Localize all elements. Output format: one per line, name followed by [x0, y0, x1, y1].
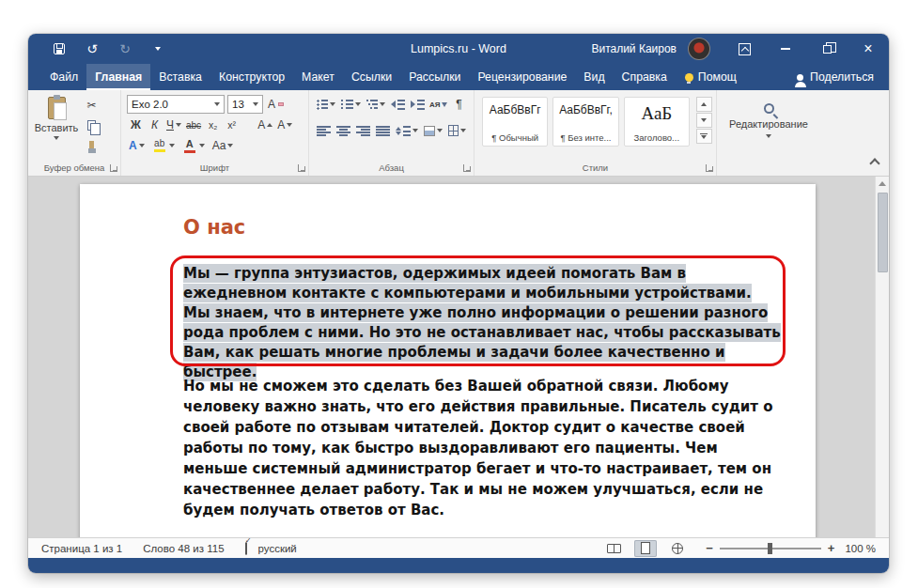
subscript-button[interactable]: х₂	[204, 116, 222, 134]
zoom-slider[interactable]	[720, 548, 821, 549]
word-count-status[interactable]: Слово 48 из 115	[143, 543, 224, 554]
style-preview: АаБбВвГг,	[559, 103, 613, 116]
clear-formatting-icon: А	[268, 98, 275, 111]
tab-view[interactable]: Вид	[575, 64, 613, 90]
document-page[interactable]: О нас Мы — группа энтузиастов, одержимых…	[80, 184, 816, 537]
language-status[interactable]: русский	[258, 543, 297, 554]
zoom-in-button[interactable]: +	[828, 542, 835, 554]
multilevel-list-button[interactable]	[365, 95, 387, 114]
close-button[interactable]: ×	[848, 34, 889, 64]
text-effects-icon: А	[129, 139, 137, 152]
ribbon: Вставить ✂ Буфер обмена Exo 2.0 13	[28, 90, 889, 177]
minimize-button[interactable]	[765, 34, 806, 64]
selected-paragraph[interactable]: Мы — группа энтузиастов, одержимых идеей…	[183, 264, 782, 382]
user-avatar[interactable]	[688, 38, 710, 60]
styles-more-button[interactable]	[696, 129, 712, 144]
styles-scroll-up-button[interactable]	[696, 97, 712, 112]
shading-button[interactable]	[422, 121, 444, 140]
align-left-button[interactable]	[315, 121, 333, 140]
align-center-icon	[336, 126, 350, 136]
paragraph[interactable]: Но мы не сможем это сделать без Вашей об…	[183, 376, 786, 520]
chevron-down-icon	[380, 102, 385, 106]
read-mode-button[interactable]	[602, 540, 625, 557]
customize-quick-access-button[interactable]	[149, 40, 166, 57]
print-layout-button[interactable]	[634, 540, 657, 557]
tab-help[interactable]: Справка	[614, 64, 676, 90]
scrollbar-thumb[interactable]	[878, 193, 888, 272]
superscript-button[interactable]: х²	[223, 116, 241, 134]
zoom-level[interactable]: 100 %	[845, 543, 876, 554]
page-count-status[interactable]: Страница 1 из 1	[41, 543, 122, 554]
increase-indent-button[interactable]	[409, 95, 427, 114]
text-effects-button[interactable]: А	[127, 136, 147, 155]
proofing-status-button[interactable]: ✓	[245, 543, 247, 554]
collapse-ribbon-button[interactable]	[869, 158, 879, 168]
zoom-out-button[interactable]: −	[706, 542, 713, 554]
tab-mailings[interactable]: Рассылки	[400, 64, 469, 90]
tab-review[interactable]: Рецензирование	[469, 64, 575, 90]
zoom-slider-handle[interactable]	[768, 543, 772, 554]
chevron-down-icon	[355, 102, 361, 106]
restore-button[interactable]	[806, 34, 848, 64]
document-heading[interactable]: О нас	[183, 216, 245, 239]
styles-gallery-scroll	[696, 97, 712, 144]
font-color-button[interactable]: А	[180, 136, 207, 155]
redo-icon: ↻	[119, 42, 131, 55]
cut-button[interactable]: ✂	[83, 96, 101, 115]
redo-button[interactable]: ↻	[117, 40, 133, 57]
paragraph-group-label: Абзац	[309, 162, 474, 173]
show-formatting-marks-button[interactable]: ¶	[450, 95, 468, 114]
chevron-down-icon	[437, 129, 443, 132]
editing-menu-button[interactable]: Редактирование	[717, 99, 820, 143]
tab-layout[interactable]: Макет	[293, 64, 343, 90]
minimize-icon	[781, 48, 790, 50]
copy-button[interactable]	[83, 116, 101, 134]
italic-button[interactable]: К	[146, 116, 163, 134]
tab-home[interactable]: Главная	[86, 64, 150, 90]
numbering-button[interactable]	[339, 95, 362, 114]
style-no-spacing[interactable]: АаБбВвГг, ¶ Без инте...	[552, 97, 618, 147]
style-normal[interactable]: АаБбВвГг ¶ Обычный	[482, 97, 548, 147]
borders-button[interactable]	[446, 121, 468, 140]
bullets-button[interactable]	[315, 95, 337, 114]
highlight-button[interactable]: ab	[150, 136, 177, 155]
underline-button[interactable]: Ч	[164, 116, 183, 134]
save-button[interactable]	[51, 40, 68, 57]
share-button[interactable]: Поделиться	[782, 64, 889, 90]
styles-dialog-launcher[interactable]	[706, 164, 713, 172]
tab-file[interactable]: Файл	[41, 64, 86, 90]
font-size-select[interactable]: 13	[227, 95, 263, 114]
line-spacing-button[interactable]	[394, 121, 420, 140]
styles-scroll-down-button[interactable]	[696, 113, 712, 128]
undo-button[interactable]: ↺	[84, 40, 101, 57]
account-name[interactable]: Виталий Каиров	[591, 42, 677, 55]
search-icon	[764, 103, 774, 114]
paragraph-dialog-launcher[interactable]	[463, 164, 471, 172]
format-painter-button[interactable]	[83, 135, 101, 154]
align-center-button[interactable]	[335, 121, 352, 140]
tell-me-assistant[interactable]: Помощ	[676, 64, 746, 90]
vertical-scrollbar[interactable]	[875, 177, 889, 537]
change-case-button[interactable]: Аа	[210, 136, 236, 155]
clear-formatting-button[interactable]: А	[266, 95, 286, 114]
sort-button[interactable]: АЯ	[428, 95, 448, 114]
tab-references[interactable]: Ссылки	[343, 64, 400, 90]
decrease-indent-button[interactable]	[389, 95, 407, 114]
style-heading1[interactable]: АаБ Заголово...	[624, 97, 690, 147]
arrow-down-icon	[442, 102, 447, 107]
shrink-font-button[interactable]: А	[275, 116, 294, 134]
tab-insert[interactable]: Вставка	[150, 64, 210, 90]
align-right-button[interactable]	[354, 121, 372, 140]
tab-design[interactable]: Конструктор	[210, 64, 293, 90]
web-layout-button[interactable]	[666, 540, 689, 557]
font-name-select[interactable]: Exo 2.0	[127, 95, 225, 114]
font-dialog-launcher[interactable]	[298, 164, 305, 172]
grow-font-button[interactable]: А	[256, 116, 274, 134]
ribbon-display-options-button[interactable]	[724, 34, 765, 64]
bold-button[interactable]: Ж	[127, 116, 145, 134]
scroll-up-button[interactable]	[876, 177, 889, 191]
strikethrough-button[interactable]: abc	[184, 116, 203, 134]
justify-button[interactable]	[374, 121, 392, 140]
clipboard-dialog-launcher[interactable]	[110, 164, 117, 172]
shrink-font-label: А	[277, 118, 285, 132]
